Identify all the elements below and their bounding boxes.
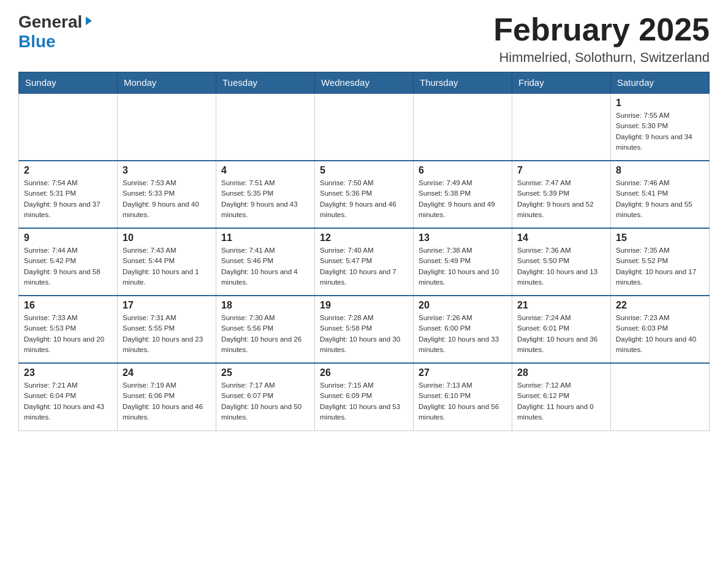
day-info: Sunrise: 7:28 AMSunset: 5:58 PMDaylight:… [320,313,408,355]
calendar-cell: 20Sunrise: 7:26 AMSunset: 6:00 PMDayligh… [414,296,512,363]
day-info: Sunrise: 7:50 AMSunset: 5:36 PMDaylight:… [320,178,408,220]
calendar-cell: 7Sunrise: 7:47 AMSunset: 5:39 PMDaylight… [512,161,611,228]
calendar-cell: 26Sunrise: 7:15 AMSunset: 6:09 PMDayligh… [315,363,414,431]
day-number: 15 [616,232,704,243]
calendar-cell: 27Sunrise: 7:13 AMSunset: 6:10 PMDayligh… [414,363,512,431]
calendar-cell: 12Sunrise: 7:40 AMSunset: 5:47 PMDayligh… [315,228,414,296]
day-number: 5 [320,165,408,176]
day-number: 11 [221,232,309,243]
calendar-cell: 9Sunrise: 7:44 AMSunset: 5:42 PMDaylight… [19,228,118,296]
day-info: Sunrise: 7:19 AMSunset: 6:06 PMDaylight:… [123,380,211,423]
calendar-cell: 28Sunrise: 7:12 AMSunset: 6:12 PMDayligh… [512,363,611,431]
calendar-cell: 17Sunrise: 7:31 AMSunset: 5:55 PMDayligh… [118,296,216,363]
day-number: 12 [320,232,408,243]
day-number: 7 [517,165,605,176]
day-number: 14 [517,232,605,243]
calendar-cell: 18Sunrise: 7:30 AMSunset: 5:56 PMDayligh… [216,296,315,363]
day-number: 23 [24,367,112,378]
calendar-cell [216,93,315,161]
header-saturday: Saturday [611,72,710,94]
day-number: 16 [24,300,112,311]
day-number: 20 [419,300,507,311]
day-info: Sunrise: 7:54 AMSunset: 5:31 PMDaylight:… [24,178,112,220]
svg-marker-0 [86,17,92,25]
day-info: Sunrise: 7:46 AMSunset: 5:41 PMDaylight:… [616,178,704,220]
day-number: 19 [320,300,408,311]
calendar-cell: 22Sunrise: 7:23 AMSunset: 6:03 PMDayligh… [611,296,710,363]
calendar-cell [118,93,216,161]
header-wednesday: Wednesday [315,72,414,94]
calendar-cell: 1Sunrise: 7:55 AMSunset: 5:30 PMDaylight… [611,93,710,161]
calendar-cell [611,363,710,431]
calendar-cell: 14Sunrise: 7:36 AMSunset: 5:50 PMDayligh… [512,228,611,296]
location-title: Himmelried, Solothurn, Switzerland [493,50,710,66]
day-info: Sunrise: 7:47 AMSunset: 5:39 PMDaylight:… [517,178,605,220]
calendar-cell: 10Sunrise: 7:43 AMSunset: 5:44 PMDayligh… [118,228,216,296]
calendar-cell: 8Sunrise: 7:46 AMSunset: 5:41 PMDaylight… [611,161,710,228]
day-info: Sunrise: 7:38 AMSunset: 5:49 PMDaylight:… [419,245,507,288]
day-number: 6 [419,165,507,176]
day-number: 24 [123,367,211,378]
day-number: 27 [419,367,507,378]
day-info: Sunrise: 7:15 AMSunset: 6:09 PMDaylight:… [320,380,408,423]
day-info: Sunrise: 7:26 AMSunset: 6:00 PMDaylight:… [419,313,507,355]
logo-general-text: General [18,12,82,32]
calendar-cell [512,93,611,161]
calendar-cell [19,93,118,161]
day-number: 17 [123,300,211,311]
day-number: 1 [616,98,704,109]
calendar-cell: 4Sunrise: 7:51 AMSunset: 5:35 PMDaylight… [216,161,315,228]
calendar-cell: 6Sunrise: 7:49 AMSunset: 5:38 PMDaylight… [414,161,512,228]
day-info: Sunrise: 7:43 AMSunset: 5:44 PMDaylight:… [123,245,211,288]
page-header: General Blue February 2025 Himmelried, S… [18,12,710,66]
calendar-cell: 23Sunrise: 7:21 AMSunset: 6:04 PMDayligh… [19,363,118,431]
day-number: 22 [616,300,704,311]
day-number: 3 [123,165,211,176]
day-info: Sunrise: 7:51 AMSunset: 5:35 PMDaylight:… [221,178,309,220]
calendar-cell [315,93,414,161]
calendar-cell [414,93,512,161]
day-info: Sunrise: 7:24 AMSunset: 6:01 PMDaylight:… [517,313,605,355]
week-row-3: 16Sunrise: 7:33 AMSunset: 5:53 PMDayligh… [19,296,710,363]
day-info: Sunrise: 7:17 AMSunset: 6:07 PMDaylight:… [221,380,309,423]
day-number: 21 [517,300,605,311]
day-number: 26 [320,367,408,378]
calendar-cell: 5Sunrise: 7:50 AMSunset: 5:36 PMDaylight… [315,161,414,228]
day-info: Sunrise: 7:33 AMSunset: 5:53 PMDaylight:… [24,313,112,355]
calendar-cell: 3Sunrise: 7:53 AMSunset: 5:33 PMDaylight… [118,161,216,228]
day-number: 13 [419,232,507,243]
day-info: Sunrise: 7:30 AMSunset: 5:56 PMDaylight:… [221,313,309,355]
day-info: Sunrise: 7:36 AMSunset: 5:50 PMDaylight:… [517,245,605,288]
day-number: 2 [24,165,112,176]
calendar-cell: 2Sunrise: 7:54 AMSunset: 5:31 PMDaylight… [19,161,118,228]
week-row-1: 2Sunrise: 7:54 AMSunset: 5:31 PMDaylight… [19,161,710,228]
day-info: Sunrise: 7:12 AMSunset: 6:12 PMDaylight:… [517,380,605,423]
month-title: February 2025 [493,12,710,47]
day-info: Sunrise: 7:21 AMSunset: 6:04 PMDaylight:… [24,380,112,423]
calendar-table: Sunday Monday Tuesday Wednesday Thursday… [18,72,710,431]
day-info: Sunrise: 7:44 AMSunset: 5:42 PMDaylight:… [24,245,112,288]
day-info: Sunrise: 7:40 AMSunset: 5:47 PMDaylight:… [320,245,408,288]
day-number: 25 [221,367,309,378]
calendar-cell: 15Sunrise: 7:35 AMSunset: 5:52 PMDayligh… [611,228,710,296]
day-info: Sunrise: 7:31 AMSunset: 5:55 PMDaylight:… [123,313,211,355]
week-row-2: 9Sunrise: 7:44 AMSunset: 5:42 PMDaylight… [19,228,710,296]
day-number: 28 [517,367,605,378]
header-sunday: Sunday [19,72,118,94]
header-friday: Friday [512,72,611,94]
day-info: Sunrise: 7:13 AMSunset: 6:10 PMDaylight:… [419,380,507,423]
day-info: Sunrise: 7:23 AMSunset: 6:03 PMDaylight:… [616,313,704,355]
day-info: Sunrise: 7:53 AMSunset: 5:33 PMDaylight:… [123,178,211,220]
calendar-cell: 19Sunrise: 7:28 AMSunset: 5:58 PMDayligh… [315,296,414,363]
day-number: 8 [616,165,704,176]
calendar-cell: 25Sunrise: 7:17 AMSunset: 6:07 PMDayligh… [216,363,315,431]
days-header-row: Sunday Monday Tuesday Wednesday Thursday… [19,72,710,94]
logo: General Blue [18,12,94,52]
day-info: Sunrise: 7:49 AMSunset: 5:38 PMDaylight:… [419,178,507,220]
day-number: 10 [123,232,211,243]
calendar-cell: 13Sunrise: 7:38 AMSunset: 5:49 PMDayligh… [414,228,512,296]
logo-arrow-icon [83,15,94,29]
calendar-cell: 16Sunrise: 7:33 AMSunset: 5:53 PMDayligh… [19,296,118,363]
calendar-cell: 21Sunrise: 7:24 AMSunset: 6:01 PMDayligh… [512,296,611,363]
calendar-cell: 11Sunrise: 7:41 AMSunset: 5:46 PMDayligh… [216,228,315,296]
